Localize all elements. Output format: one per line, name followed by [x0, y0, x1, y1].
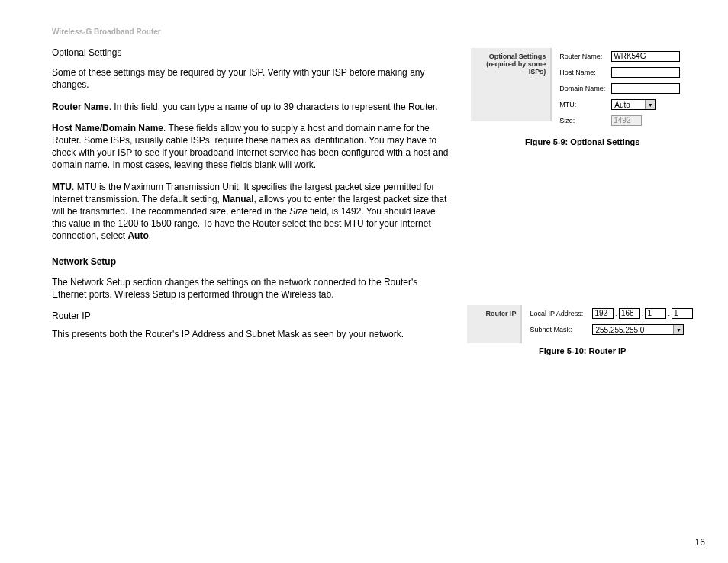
sidebar-line2: (required by some ISPs) [475, 60, 546, 76]
router-ip-sidebar-label: Router IP [485, 310, 516, 317]
dot-1: . [615, 310, 617, 317]
router-name-desc: . In this field, you can type a name of … [109, 101, 438, 112]
domain-name-label: Domain Name: [559, 85, 611, 92]
host-name-label: Host Name: [559, 69, 611, 76]
mtu-auto-term: Auto [127, 230, 148, 241]
network-setup-paragraph: The Network Setup section changes the se… [52, 276, 452, 301]
mtu-select-value: Auto [614, 101, 630, 109]
figure-5-9: Optional Settings (required by some ISPs… [467, 48, 697, 146]
optional-settings-heading: Optional Settings [52, 47, 452, 59]
network-setup-heading: Network Setup [52, 256, 452, 268]
optional-settings-sidebar: Optional Settings (required by some ISPs… [471, 48, 552, 121]
mtu-text-4: . [149, 230, 151, 241]
mtu-term: MTU [52, 182, 72, 192]
local-ip-label: Local IP Address: [530, 310, 592, 317]
ip-octet-1-input[interactable]: 192 [592, 308, 614, 319]
subnet-mask-value: 255.255.255.0 [595, 326, 644, 334]
sidebar-line1: Optional Settings [489, 53, 546, 60]
chevron-down-icon: ▼ [673, 325, 683, 334]
ip-octet-2-input[interactable]: 168 [619, 308, 640, 319]
mtu-paragraph: MTU. MTU is the Maximum Transmission Uni… [52, 181, 452, 243]
figure-5-10-caption: Figure 5-10: Router IP [539, 346, 626, 355]
router-name-input[interactable]: WRK54G [611, 51, 680, 62]
dot-3: . [668, 310, 670, 317]
figure-5-9-caption: Figure 5-9: Optional Settings [525, 137, 639, 146]
optional-intro-paragraph: Some of these settings may be required b… [52, 66, 452, 91]
size-input: 1492 [611, 115, 642, 126]
main-text-column: Optional Settings Some of these settings… [52, 47, 452, 349]
subnet-mask-label: Subnet Mask: [530, 326, 592, 333]
router-ip-sidebar: Router IP [467, 305, 522, 343]
doc-header: Wireless-G Broadband Router [52, 27, 697, 36]
domain-name-input[interactable] [611, 83, 680, 94]
chevron-down-icon: ▼ [645, 100, 655, 109]
mtu-label: MTU: [559, 101, 611, 108]
mtu-size-term: Size [289, 206, 307, 217]
ip-octet-3-input[interactable]: 1 [645, 308, 666, 319]
mtu-select[interactable]: Auto ▼ [611, 99, 656, 110]
ip-octet-4-input[interactable]: 1 [672, 308, 693, 319]
router-name-term: Router Name [52, 101, 109, 112]
mtu-manual-term: Manual [222, 194, 253, 204]
router-name-paragraph: Router Name. In this field, you can type… [52, 101, 452, 113]
host-name-input[interactable] [611, 67, 680, 78]
figures-column: Optional Settings (required by some ISPs… [467, 48, 697, 355]
router-ip-heading: Router IP [52, 310, 452, 322]
size-label: Size: [559, 117, 611, 124]
router-ip-paragraph: This presents both the Router's IP Addre… [52, 328, 452, 340]
figure-5-10: Router IP Local IP Address: 192.168.1.1 … [467, 305, 697, 355]
page-number: 16 [695, 537, 705, 548]
host-domain-term: Host Name/Domain Name [52, 123, 163, 134]
dot-2: . [642, 310, 644, 317]
host-domain-paragraph: Host Name/Domain Name. These fields allo… [52, 122, 452, 172]
subnet-mask-select[interactable]: 255.255.255.0 ▼ [592, 324, 684, 335]
router-name-label: Router Name: [559, 53, 611, 60]
